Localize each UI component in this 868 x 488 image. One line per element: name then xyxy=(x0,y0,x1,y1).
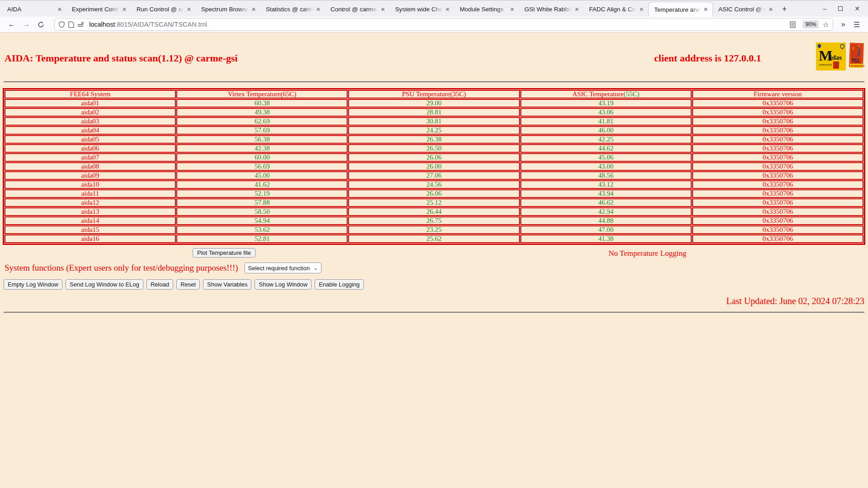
asic-cell: 42.94 xyxy=(520,207,692,216)
system-cell: aida11 xyxy=(5,189,176,198)
firmware-cell: 0x3350706 xyxy=(692,162,863,171)
firmware-cell: 0x3350706 xyxy=(692,198,863,207)
table-row-aida11: aida1152.1926.0643.940x3350706 xyxy=(5,189,863,198)
table-row-aida14: aida1454.9426.7544.880x3350706 xyxy=(5,216,863,225)
column-header: PSU Temperature(35C) xyxy=(348,90,519,99)
asic-cell: 44.62 xyxy=(520,144,692,153)
tab-close-icon[interactable]: ✕ xyxy=(56,5,64,14)
asic-cell: 46.62 xyxy=(520,198,692,207)
virtex-cell: 60.38 xyxy=(176,99,348,108)
firmware-cell: 0x3350706 xyxy=(692,99,863,108)
asic-cell: 43.94 xyxy=(520,189,692,198)
asic-cell: 47.00 xyxy=(520,225,692,234)
maximize-icon xyxy=(838,6,843,11)
tab-aida[interactable]: AIDA✕ xyxy=(2,2,66,17)
url-bar[interactable]: localhost:8015/AIDA/TSCAN/TSCAN.tml 90% … xyxy=(54,18,833,31)
firmware-cell: 0x3350706 xyxy=(692,171,863,180)
show-log-window-button[interactable]: Show Log Window xyxy=(255,279,311,290)
system-cell: aida03 xyxy=(5,117,176,126)
tab-run-control-ca[interactable]: Run Control @ ca✕ xyxy=(131,2,196,17)
midas-logo[interactable]: M idas powered by xyxy=(816,42,846,70)
tab-close-icon[interactable]: ✕ xyxy=(573,5,581,14)
tab-gsi-white-rabbit[interactable]: GSI White Rabbit✕ xyxy=(519,2,584,17)
send-log-window-to-elog-button[interactable]: Send Log Window to ELog xyxy=(66,279,143,290)
show-variables-button[interactable]: Show Variables xyxy=(203,279,251,290)
psu-cell: 25.12 xyxy=(348,198,519,207)
reset-button[interactable]: Reset xyxy=(176,279,200,290)
app-menu-icon[interactable]: ☰ xyxy=(854,20,860,29)
bookmark-star-icon[interactable]: ☆ xyxy=(822,20,829,29)
psu-cell: 24.56 xyxy=(348,180,519,189)
browser-navbar: ← → localhost:8015/AIDA/TSCAN/TSCAN.tml xyxy=(0,17,868,33)
firmware-cell: 0x3350706 xyxy=(692,153,863,162)
tab-close-icon[interactable]: ✕ xyxy=(379,5,387,14)
plot-temperature-file-button[interactable]: Plot Temperature file xyxy=(193,248,255,258)
top-divider xyxy=(4,81,864,82)
zoom-level-badge[interactable]: 90% xyxy=(802,20,819,28)
tab-close-icon[interactable]: ✕ xyxy=(443,5,452,14)
column-header: ASIC Temperature(55C) xyxy=(520,90,692,99)
toolbar-overflow-icon[interactable]: » xyxy=(841,20,844,28)
tracking-protection-icon[interactable] xyxy=(58,21,65,28)
tab-close-icon[interactable]: ✕ xyxy=(767,5,775,14)
back-button[interactable]: ← xyxy=(5,18,19,31)
tab-module-settings[interactable]: Module Settings✕ xyxy=(454,2,519,17)
forward-button[interactable]: → xyxy=(19,18,33,31)
tab-close-icon[interactable]: ✕ xyxy=(314,5,322,14)
empty-log-window-button[interactable]: Empty Log Window xyxy=(4,279,62,290)
tab-control-carme[interactable]: Control @ carme✕ xyxy=(325,2,390,17)
page-header: AIDA: Temperature and status scan(1.12) … xyxy=(3,33,865,81)
system-cell: aida01 xyxy=(5,99,176,108)
reload-button[interactable] xyxy=(33,18,48,31)
window-maximize-button[interactable] xyxy=(838,6,843,11)
tab-close-icon[interactable]: ✕ xyxy=(250,5,258,14)
tab-close-icon[interactable]: ✕ xyxy=(120,5,128,14)
firmware-cell: 0x3350706 xyxy=(692,126,863,135)
tab-fadc-align-co[interactable]: FADC Align & Co✕ xyxy=(584,2,648,17)
virtex-cell: 52.81 xyxy=(176,235,348,243)
tab-label: Temperature and xyxy=(654,6,702,13)
table-row-aida10: aida1041.6224.5643.120x3350706 xyxy=(5,180,863,189)
tab-close-icon[interactable]: ✕ xyxy=(508,5,516,14)
new-tab-button[interactable]: + xyxy=(778,2,791,16)
enable-logging-button[interactable]: Enable Logging xyxy=(315,279,363,290)
virtex-cell: 45.00 xyxy=(176,171,348,180)
tab-system-wide-che[interactable]: System wide Che✕ xyxy=(390,2,454,17)
table-row-aida13: aida1358.5026.4442.940x3350706 xyxy=(5,207,863,216)
virtex-cell: 58.50 xyxy=(176,207,348,216)
tab-experiment-contr[interactable]: Experiment Contr✕ xyxy=(66,2,131,17)
log-buttons-row: Empty Log WindowSend Log Window to ELogR… xyxy=(4,279,865,290)
virtex-cell: 60.00 xyxy=(176,153,348,162)
table-row-aida07: aida0760.0026.0645.060x3350706 xyxy=(5,153,863,162)
page-info-icon[interactable] xyxy=(68,21,74,28)
bottom-divider xyxy=(4,312,864,313)
psu-cell: 26.44 xyxy=(348,207,519,216)
tab-close-icon[interactable]: ✕ xyxy=(637,5,646,14)
reload-button[interactable]: Reload xyxy=(146,279,173,290)
column-header: FEE64 System xyxy=(5,90,176,99)
tab-asic-control-c[interactable]: ASIC Control @ c✕ xyxy=(713,2,778,17)
tab-spectrum-browse[interactable]: Spectrum Browse✕ xyxy=(196,2,260,17)
tab-close-icon[interactable]: ✕ xyxy=(702,5,710,14)
tcl-logo[interactable]: TCL POWERED xyxy=(848,42,864,70)
firmware-cell: 0x3350706 xyxy=(692,180,863,189)
function-select[interactable]: Select required function ⌄ xyxy=(245,263,321,273)
system-cell: aida12 xyxy=(5,198,176,207)
table-row-aida16: aida1652.8125.6241.380x3350706 xyxy=(5,235,863,243)
svg-text:powered by: powered by xyxy=(819,63,832,66)
reader-mode-icon[interactable] xyxy=(790,21,796,28)
virtex-cell: 49.38 xyxy=(176,108,348,117)
psu-cell: 24.25 xyxy=(348,126,519,135)
system-cell: aida08 xyxy=(5,162,176,171)
window-minimize-button[interactable]: – xyxy=(823,5,826,12)
asic-cell: 41.38 xyxy=(520,235,692,243)
window-close-button[interactable]: ✕ xyxy=(854,5,860,12)
virtex-cell: 53.62 xyxy=(176,225,348,234)
tab-statistics-carm[interactable]: Statistics @ carm✕ xyxy=(260,2,325,17)
permissions-icon[interactable] xyxy=(77,22,84,28)
tab-label: Control @ carme xyxy=(330,6,379,13)
tab-close-icon[interactable]: ✕ xyxy=(185,5,193,14)
virtex-cell: 62.69 xyxy=(176,117,348,126)
tab-temperature-and[interactable]: Temperature and✕ xyxy=(648,2,713,17)
system-cell: aida13 xyxy=(5,207,176,216)
